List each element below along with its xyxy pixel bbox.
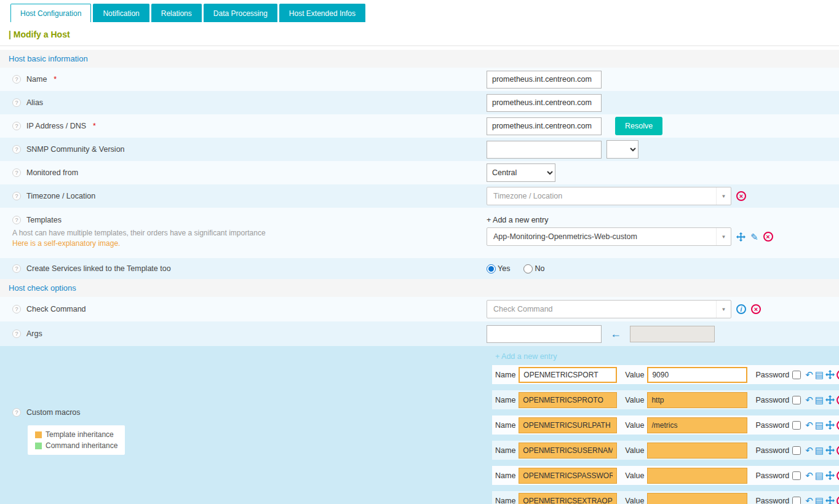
macro-password-checkbox[interactable] [792, 446, 801, 455]
create-services-yes-label: Yes [498, 264, 510, 273]
edit-icon[interactable]: ✎ [750, 232, 758, 242]
snmp-version-select[interactable] [606, 140, 638, 159]
clear-timezone-icon[interactable]: × [736, 191, 746, 201]
tab-host-extended-infos[interactable]: Host Extended Infos [279, 4, 365, 22]
help-icon[interactable]: ? [12, 192, 21, 200]
templates-help-link[interactable]: Here is a self-explanatory image. [12, 239, 120, 248]
macro-value-input[interactable] [647, 367, 747, 383]
description-icon[interactable]: ▤ [815, 420, 824, 430]
macro-name-input[interactable] [519, 443, 617, 459]
delete-macro-icon[interactable]: × [837, 395, 839, 405]
undo-icon[interactable]: ↶ [805, 395, 813, 404]
description-icon[interactable]: ▤ [815, 471, 824, 480]
templates-add-entry-link[interactable]: + Add a new entry [487, 216, 548, 224]
delete-template-icon[interactable]: × [763, 232, 773, 242]
help-icon[interactable]: ? [12, 75, 21, 84]
undo-icon[interactable]: ↶ [805, 420, 813, 430]
macro-name-input[interactable] [519, 392, 617, 408]
clear-check-command-icon[interactable]: × [751, 304, 761, 314]
delete-macro-icon[interactable]: × [837, 420, 839, 430]
macro-password-checkbox[interactable] [792, 396, 801, 404]
create-services-no-label: No [535, 264, 544, 273]
help-icon[interactable]: ? [12, 305, 21, 313]
delete-macro-icon[interactable]: × [837, 496, 839, 504]
macro-password-checkbox[interactable] [792, 371, 801, 379]
help-icon[interactable]: ? [12, 168, 21, 177]
snmp-community-input[interactable] [487, 141, 602, 159]
name-input[interactable] [487, 71, 602, 89]
undo-icon[interactable]: ↶ [805, 370, 813, 379]
macro-name-input[interactable] [519, 468, 617, 484]
macro-name-input[interactable] [519, 493, 617, 504]
macro-password-checkbox[interactable] [792, 421, 801, 430]
help-icon[interactable]: ? [12, 145, 21, 154]
macro-password-checkbox[interactable] [792, 471, 801, 480]
help-icon[interactable]: ? [12, 98, 21, 107]
macro-value-input[interactable] [647, 468, 747, 484]
row-templates: ? Templates + Add a new entry A host can… [0, 208, 839, 258]
macro-name-label: Name [495, 371, 515, 379]
delete-macro-icon[interactable]: × [837, 446, 839, 455]
macro-name-label: Name [495, 497, 515, 504]
move-icon[interactable] [825, 496, 835, 504]
macro-name-label: Name [495, 396, 515, 404]
macro-name-input[interactable] [519, 417, 617, 433]
row-monitored-from: ? Monitored from Central [0, 161, 839, 184]
undo-icon[interactable]: ↶ [805, 496, 813, 504]
help-icon[interactable]: ? [12, 408, 21, 417]
description-icon[interactable]: ▤ [815, 496, 824, 504]
macro-row: Name Value Password ↶ ▤ × [492, 415, 839, 435]
macro-name-label: Name [495, 421, 515, 430]
check-command-placeholder: Check Command [493, 305, 553, 313]
timezone-select[interactable]: Timezone / Location ▼ [487, 187, 731, 205]
description-icon[interactable]: ▤ [815, 446, 824, 455]
tab-data-processing[interactable]: Data Processing [204, 4, 277, 22]
help-icon[interactable]: ? [12, 264, 21, 273]
move-icon[interactable] [825, 395, 835, 404]
template-select[interactable]: App-Monitoring-Openmetrics-Web-custom ▼ [487, 227, 731, 246]
monitored-from-select[interactable]: Central [487, 163, 555, 182]
macro-name-input[interactable] [519, 367, 617, 383]
delete-macro-icon[interactable]: × [837, 370, 839, 380]
info-icon[interactable]: i [736, 304, 746, 314]
macro-name-label: Name [495, 471, 515, 480]
help-icon[interactable]: ? [12, 216, 21, 224]
description-icon[interactable]: ▤ [815, 395, 824, 404]
help-icon[interactable]: ? [12, 122, 21, 130]
move-icon[interactable] [825, 370, 835, 379]
description-icon[interactable]: ▤ [815, 370, 824, 379]
templates-label: Templates [26, 216, 62, 224]
macro-password-checkbox[interactable] [792, 497, 801, 504]
args-input[interactable] [487, 325, 602, 343]
undo-icon[interactable]: ↶ [805, 446, 813, 455]
undo-icon[interactable]: ↶ [805, 471, 813, 480]
macro-value-input[interactable] [647, 392, 747, 408]
chevron-down-icon: ▼ [716, 228, 731, 245]
alias-input[interactable] [487, 94, 602, 112]
tab-host-configuration[interactable]: Host Configuration [10, 4, 91, 22]
delete-macro-icon[interactable]: × [837, 471, 839, 481]
custom-macros-label: Custom macros [26, 408, 81, 417]
check-command-select[interactable]: Check Command ▼ [487, 300, 731, 318]
macro-value-input[interactable] [647, 417, 747, 433]
macro-value-input[interactable] [647, 443, 747, 459]
create-services-no-radio[interactable] [523, 264, 533, 274]
move-icon[interactable] [736, 232, 746, 242]
create-services-label: Create Services linked to the Template t… [26, 264, 171, 273]
macro-row: Name Value Password ↶ ▤ × [492, 365, 839, 384]
ip-address-input[interactable] [487, 117, 602, 135]
resolve-button[interactable]: Resolve [615, 117, 662, 135]
move-icon[interactable] [825, 420, 835, 430]
help-icon[interactable]: ? [12, 329, 21, 338]
tab-relations[interactable]: Relations [151, 4, 202, 22]
macros-add-entry-link[interactable]: + Add a new entry [495, 352, 839, 361]
row-check-command: ? Check Command Check Command ▼ i × [0, 297, 839, 321]
macro-value-input[interactable] [647, 493, 747, 504]
row-alias: ? Alias [0, 91, 839, 114]
tab-notification[interactable]: Notification [93, 4, 149, 22]
move-icon[interactable] [825, 446, 835, 455]
ip-address-label: IP Address / DNS [26, 122, 86, 130]
tab-bar: Host Configuration Notification Relation… [0, 0, 839, 22]
create-services-yes-radio[interactable] [487, 264, 496, 274]
move-icon[interactable] [825, 471, 835, 480]
